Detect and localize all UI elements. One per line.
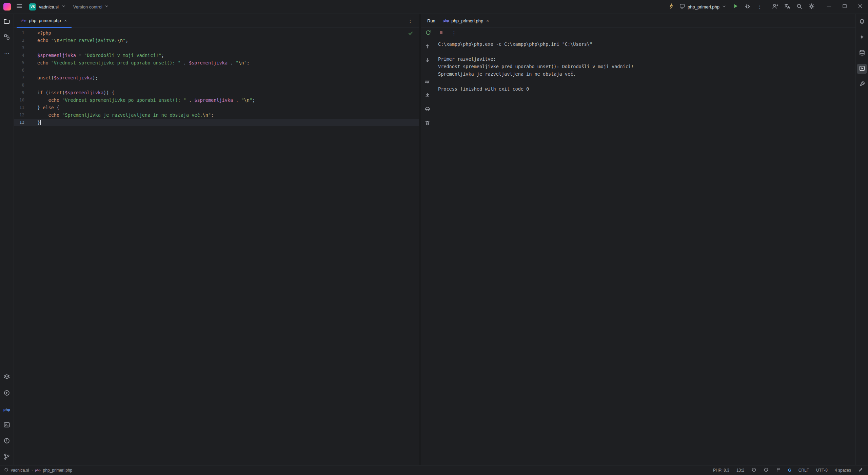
build-tool-button[interactable] <box>857 79 867 90</box>
flag-icon[interactable] <box>776 467 781 473</box>
down-stacktrace-button[interactable] <box>422 56 432 66</box>
indent-widget[interactable]: 4 spaces <box>835 468 851 473</box>
maximize-button[interactable] <box>837 0 852 14</box>
ai-assistant-icon <box>668 3 674 11</box>
code-line[interactable]: 11} else { <box>14 104 419 111</box>
stop-button[interactable] <box>436 28 446 38</box>
console-line: Vrednost spremenljivke pred uporabo unse… <box>438 63 851 70</box>
close-button[interactable] <box>852 0 868 14</box>
inspections-widget[interactable] <box>408 31 413 38</box>
problems-toolwindow-button[interactable] <box>2 436 12 446</box>
minimize-icon <box>826 3 832 11</box>
run-toolwindow-button[interactable] <box>857 64 867 74</box>
layers-toolwindow-button[interactable] <box>2 373 12 383</box>
code-with-me-button[interactable] <box>770 2 780 12</box>
more-actions-button[interactable]: ⋮ <box>755 2 765 12</box>
line-number: 4 <box>14 52 37 59</box>
code-line[interactable]: 7unset($spremenljivka); <box>14 74 419 81</box>
check-icon <box>408 32 413 37</box>
tab-options-button[interactable]: ⋮ <box>405 16 415 26</box>
translate-button[interactable] <box>782 2 792 12</box>
kebab-icon: ⋮ <box>452 30 457 36</box>
breadcrumb-separator: › <box>31 468 33 472</box>
code-line[interactable]: 1<?php <box>14 29 419 37</box>
code-line[interactable]: 12 echo "Spremenljivka je razveljavljena… <box>14 111 419 119</box>
code-editor[interactable]: 1<?php2echo "\nPrimer razveljavitve:\n";… <box>14 28 419 465</box>
pencil-icon[interactable] <box>858 467 863 473</box>
monitor-icon <box>679 3 685 11</box>
services-toolwindow-button[interactable] <box>2 388 12 399</box>
rerun-button[interactable] <box>423 28 433 38</box>
code-line[interactable]: 13} <box>14 119 419 126</box>
line-separator-widget[interactable]: CRLF <box>798 468 809 473</box>
info-icon[interactable] <box>764 467 769 473</box>
console-line <box>438 78 851 85</box>
structure-toolwindow-button[interactable] <box>2 33 12 43</box>
git-toolwindow-button[interactable] <box>2 452 12 462</box>
line-number: 9 <box>14 89 37 96</box>
breadcrumb-file[interactable]: php_primeri.php <box>43 468 73 473</box>
project-toolwindow-button[interactable] <box>2 17 12 27</box>
run-toolwindow: Run php php_primeri.php × ⋮ <box>421 14 855 465</box>
left-activity-bar: ⋯ php <box>0 14 14 465</box>
search-everywhere-button[interactable] <box>794 2 804 12</box>
run-toolwindow-title[interactable]: Run <box>423 18 439 23</box>
scroll-to-end-button[interactable] <box>422 91 432 101</box>
minimize-button[interactable] <box>821 0 837 14</box>
breadcrumbs: vadnica.si › php php_primeri.php <box>4 468 72 473</box>
chevron-down-icon <box>104 4 109 10</box>
caret-position-widget[interactable]: 13:2 <box>736 468 744 473</box>
app-icon[interactable] <box>3 3 11 11</box>
soft-wrap-button[interactable] <box>422 77 432 87</box>
code-line[interactable]: 4$spremenljivka = "Dobrodošli v moji vad… <box>14 52 419 59</box>
grammar-widget[interactable]: G <box>788 468 791 473</box>
main-menu-button[interactable] <box>14 2 24 12</box>
highlighting-level-icon[interactable] <box>751 467 756 473</box>
code-line[interactable]: 2echo "\nPrimer razveljavitve:\n"; <box>14 37 419 44</box>
database-button[interactable] <box>857 48 867 58</box>
encoding-widget[interactable]: UTF-8 <box>816 468 828 473</box>
folder-icon <box>3 18 10 26</box>
up-stacktrace-button[interactable] <box>422 42 432 52</box>
code-area: 1<?php2echo "\nPrimer razveljavitve:\n";… <box>14 29 419 126</box>
code-line[interactable]: 3 <box>14 44 419 52</box>
code-line[interactable]: 10 echo "Vrednost spremenljivke po upora… <box>14 96 419 104</box>
right-activity-bar <box>855 14 868 465</box>
tab-close-icon[interactable]: × <box>63 18 67 23</box>
console-output[interactable]: C:\xampp\php\php.exe -c C:\xampp\php\php… <box>433 38 855 465</box>
console-options-button[interactable]: ⋮ <box>449 28 459 38</box>
line-number: 8 <box>14 81 37 89</box>
breadcrumb-project[interactable]: vadnica.si <box>11 468 29 473</box>
run-box-icon <box>859 65 865 73</box>
ai-chat-button[interactable] <box>857 33 867 43</box>
run-tab-close-icon[interactable]: × <box>486 18 490 24</box>
php-toolwindow-button[interactable]: php <box>2 404 12 415</box>
vcs-widget[interactable]: Version control <box>71 3 112 11</box>
ai-assistant-button[interactable] <box>666 2 676 12</box>
code-line[interactable]: 5echo "Vrednost spremenljivke pred upora… <box>14 59 419 66</box>
structure-icon <box>3 34 10 42</box>
more-toolwindows-button[interactable]: ⋯ <box>2 48 12 58</box>
project-widget[interactable]: VS vadnica.si <box>26 2 68 12</box>
debug-button[interactable] <box>743 2 753 12</box>
line-number: 2 <box>14 37 37 44</box>
titlebar: VS vadnica.si Version control php_primer… <box>0 0 868 14</box>
settings-button[interactable] <box>806 2 816 12</box>
clear-console-button[interactable] <box>422 118 432 129</box>
run-tab[interactable]: php php_primeri.php × <box>439 14 494 27</box>
print-button[interactable] <box>422 104 432 115</box>
hamburger-icon <box>16 3 23 11</box>
code-line[interactable]: 8 <box>14 81 419 89</box>
terminal-toolwindow-button[interactable] <box>2 420 12 431</box>
run-button[interactable] <box>730 2 741 12</box>
notifications-button[interactable] <box>857 17 867 27</box>
bug-icon <box>745 3 751 11</box>
run-config-widget[interactable]: php_primeri.php <box>676 2 729 12</box>
code-line[interactable]: 9if (isset($spremenljivka)) { <box>14 89 419 96</box>
code-line[interactable]: 6 <box>14 66 419 74</box>
line-number: 10 <box>14 96 37 104</box>
editor-tab[interactable]: php php_primeri.php × <box>17 14 72 28</box>
text-caret <box>40 120 41 125</box>
run-circle-icon <box>3 390 10 398</box>
php-version-widget[interactable]: PHP: 8.3 <box>713 468 729 473</box>
